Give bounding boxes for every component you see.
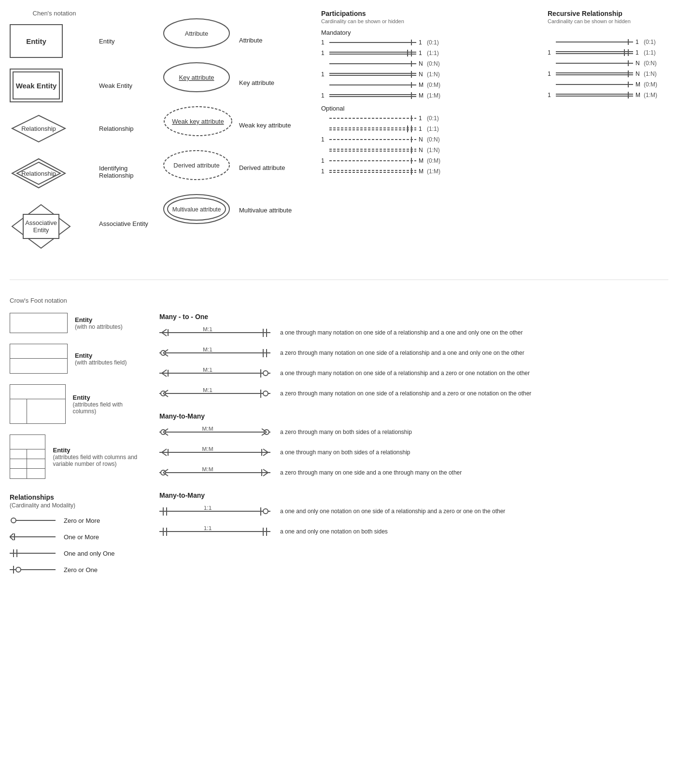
participations-sub: Cardinality can be shown or hidden [321,18,538,24]
one-one-desc-1: a one and only one notation on one side … [280,508,505,515]
one-more-icon [10,532,58,542]
entity-shape: Entity [10,24,63,58]
mandatory-label: Mandatory [321,29,538,36]
opt-row-6: 1 M (1:M) [321,168,538,175]
many-to-many2-header: Many-to-Many [159,491,668,499]
svg-text:Entity: Entity [33,226,49,234]
mand-line-5 [329,82,416,88]
recursive-header: Recursive Relationship [548,10,668,17]
mand-notation-4: (1:N) [427,71,440,78]
opt-left-6: 1 [321,168,327,175]
cf-entity-rows-box [10,434,45,479]
svg-line-82 [162,333,167,336]
m1-row-2: M:1 a zero through many notation on one … [159,348,668,358]
svg-point-68 [11,518,16,523]
opt-right-5: M [419,157,424,164]
rec-notation-2: (1:1) [644,49,656,56]
m1-desc-3: a one through many notation on one side … [280,370,530,377]
opt-notation-3: (0:N) [427,136,440,143]
opt-right-1: 1 [419,115,424,122]
rec-line-3 [556,60,633,66]
svg-line-118 [162,452,167,456]
rec-row-4: 1 N (1:N) [548,70,668,77]
mm-row-3: M:M a zero through many on one side and … [159,467,668,478]
one-one-row-2: 1:1 a one and only one notation on both … [159,526,668,537]
participations-header: Participations [321,10,538,17]
cf-entity-attrs: Entity (with attributes field) [10,344,145,374]
derived-text: Derived attribute [239,164,285,171]
many-to-many-header: Many-to-Many [159,412,668,420]
mand-notation-5: (0:M) [427,82,440,88]
rec-row-1: 1 (0:1) [548,39,668,45]
m1-row-3: M:1 a one through many notation on one s… [159,368,668,378]
one-one-desc-2: a one and only one notation on both side… [280,528,388,535]
assoc-entity-text: Associative Entity [99,220,148,227]
mand-right-4: N [419,71,424,78]
svg-line-130 [263,473,268,476]
opt-right-3: N [419,136,424,143]
opt-notation-6: (1:M) [427,168,440,175]
svg-point-79 [16,567,21,572]
mm-line-1: M:M [159,427,275,437]
mand-left-6: 1 [321,92,327,99]
assoc-entity-label: Associative Entity [99,199,162,248]
many-to-one-header: Many - to - One [159,313,668,321]
cf-relationships-header: Relationships [10,493,145,501]
svg-text:M:M: M:M [202,427,213,432]
mand-line-6 [329,92,416,99]
m1-desc-4: a zero through many notation on one side… [280,390,531,397]
identifying-relationship-diamond: Relationship [10,156,68,190]
svg-text:M:1: M:1 [203,368,212,373]
rec-left-2: 1 [548,49,553,56]
opt-notation-5: (0:M) [427,157,440,164]
crows-header: Crow's Foot notation [10,297,668,304]
associative-entity-shape: Associative Entity [10,202,72,251]
identifying-rel-label: Identifying Relationship [99,155,162,189]
relationship-diamond: Relationship [10,113,68,144]
weak-entity-text: Weak Entity [99,82,132,89]
svg-line-129 [263,469,268,473]
mand-line-3 [329,61,416,67]
chens-notation-panel: Chen's notation Entity Weak Entity Relat… [10,10,99,263]
multivalue-text: Multivalue attribute [239,207,292,214]
rec-line-2 [556,49,633,56]
opt-notation-2: (1:1) [427,126,439,132]
key-attr-text: Key attribute [239,79,274,86]
svg-text:Key attribute: Key attribute [179,74,214,81]
rec-line-6 [556,92,633,98]
svg-text:M:1: M:1 [203,348,212,353]
mand-left-2: 1 [321,50,327,56]
svg-line-71 [10,533,14,537]
mand-row-4: 1 N (1:N) [321,71,538,78]
m1-line-2: M:1 [159,348,275,358]
opt-line-6 [329,168,416,175]
svg-text:M:M: M:M [202,467,213,473]
section-divider [10,280,668,280]
rec-left-6: 1 [548,92,553,98]
crows-middle-panel: Many - to - One M:1 a one [159,313,668,581]
weak-key-text: Weak key attribute [239,122,291,129]
rec-notation-5: (0:M) [644,81,657,88]
svg-text:Multivalue attribute: Multivalue attribute [172,206,221,213]
mand-notation-1: (0:1) [427,39,439,46]
opt-line-2 [329,126,416,132]
attribute-ellipse: Attribute [162,16,232,50]
rec-right-3: N [636,60,641,67]
mand-row-6: 1 M (1:M) [321,92,538,99]
svg-text:Relationship: Relationship [21,125,56,132]
chens-entity-labels: Entity Weak Entity Relationship Identify… [99,10,162,263]
opt-right-4: N [419,147,424,154]
weak-key-attr-label: Weak key attribute [239,108,316,142]
m1-desc-1: a one through many notation on one side … [280,329,523,336]
one-one-line-2: 1:1 [159,526,275,537]
mand-right-5: M [419,82,424,88]
opt-line-3 [329,137,416,142]
opt-row-4: N (1:N) [321,147,538,154]
cf-entity-cols-box [10,384,66,424]
opt-notation-1: (0:1) [427,115,439,122]
mand-left-4: 1 [321,71,327,78]
m1-row-1: M:1 a one through many notation on one s… [159,327,668,338]
opt-notation-4: (1:N) [427,147,440,154]
rec-right-2: 1 [636,49,641,56]
recursive-sub: Cardinality can be shown or hidden [548,18,668,24]
